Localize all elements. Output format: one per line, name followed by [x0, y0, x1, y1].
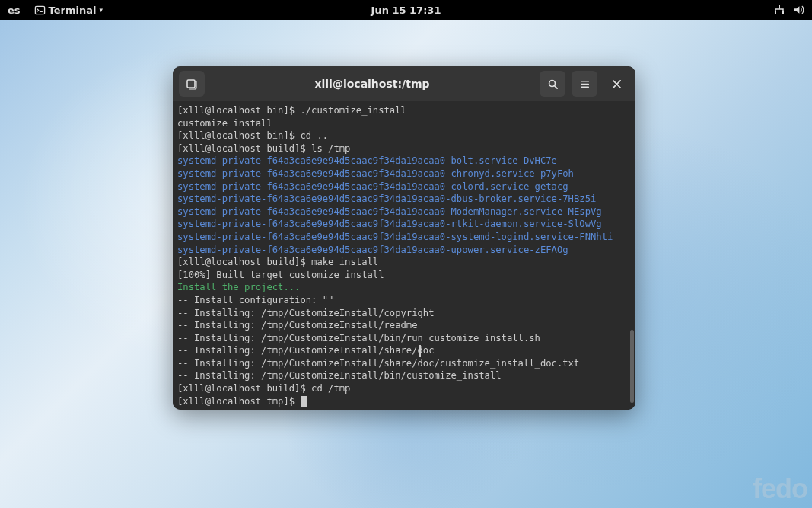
terminal-window: xlll@localhost:/tmp [xlll@localhost bin]… [173, 66, 635, 410]
new-tab-button[interactable] [179, 71, 205, 97]
terminal-line: [xlll@localhost build]$ cd /tmp [177, 382, 631, 395]
terminal-line: systemd-private-f64a3ca6e9e94d5caac9f34d… [177, 244, 631, 257]
fedora-watermark: fedo [753, 473, 807, 505]
terminal-line: [xlll@localhost bin]$ cd .. [177, 129, 631, 142]
search-icon [547, 78, 559, 90]
terminal-line: systemd-private-f64a3ca6e9e94d5caac9f34d… [177, 206, 631, 219]
new-tab-icon [186, 78, 198, 90]
terminal-line: Install the project... [177, 281, 631, 294]
terminal-icon [34, 5, 46, 16]
terminal-line: -- Installing: /tmp/CustomizeInstall/bin… [177, 369, 631, 382]
menu-button[interactable] [572, 71, 597, 97]
text-cursor-ibeam [419, 345, 421, 357]
terminal-line: systemd-private-f64a3ca6e9e94d5caac9f34d… [177, 181, 631, 193]
close-button[interactable] [603, 71, 629, 97]
svg-rect-1 [779, 5, 780, 8]
terminal-line: [xlll@localhost build]$ ls /tmp [177, 142, 631, 155]
terminal-titlebar[interactable]: xlll@localhost:/tmp [173, 66, 635, 101]
terminal-line: systemd-private-f64a3ca6e9e94d5caac9f34d… [177, 231, 631, 244]
volume-icon[interactable] [793, 5, 804, 15]
svg-rect-2 [775, 11, 776, 14]
terminal-line: [xlll@localhost bin]$ ./customize_instal… [177, 104, 631, 117]
terminal-title: xlll@localhost:/tmp [211, 78, 533, 90]
terminal-line: systemd-private-f64a3ca6e9e94d5caac9f34d… [177, 218, 631, 231]
activities-partial[interactable]: es [3, 5, 25, 16]
close-icon [612, 79, 622, 89]
app-menu-terminal[interactable]: Terminal ▾ [30, 5, 107, 16]
terminal-line: [xlll@localhost tmp]$ [177, 395, 631, 408]
chevron-down-icon: ▾ [99, 6, 103, 14]
terminal-line: systemd-private-f64a3ca6e9e94d5caac9f34d… [177, 193, 631, 206]
terminal-line: customize install [177, 117, 631, 130]
terminal-line: -- Installing: /tmp/CustomizeInstall/rea… [177, 319, 631, 332]
clock[interactable]: Jun 15 17:31 [371, 5, 441, 16]
top-panel: es Terminal ▾ Jun 15 17:31 [0, 0, 812, 20]
terminal-line: -- Installing: /tmp/CustomizeInstall/cop… [177, 307, 631, 320]
network-icon[interactable] [773, 5, 785, 15]
app-menu-label: Terminal [49, 5, 97, 16]
terminal-line: -- Installing: /tmp/CustomizeInstall/bin… [177, 332, 631, 345]
terminal-line: [xlll@localhost build]$ make install [177, 256, 631, 269]
svg-rect-4 [187, 80, 195, 88]
terminal-line: -- Installing: /tmp/CustomizeInstall/sha… [177, 357, 631, 370]
svg-rect-3 [782, 11, 784, 14]
hamburger-icon [579, 78, 591, 90]
terminal-body[interactable]: [xlll@localhost bin]$ ./customize_instal… [173, 101, 635, 410]
terminal-line: -- Install configuration: "" [177, 294, 631, 307]
svg-rect-0 [35, 6, 44, 14]
scrollbar-thumb[interactable] [630, 330, 634, 403]
search-button[interactable] [540, 71, 565, 97]
terminal-line: -- Installing: /tmp/CustomizeInstall/sha… [177, 344, 631, 357]
terminal-line: [100%] Built target customize_install [177, 269, 631, 282]
terminal-line: systemd-private-f64a3ca6e9e94d5caac9f34d… [177, 168, 631, 181]
terminal-line: systemd-private-f64a3ca6e9e94d5caac9f34d… [177, 155, 631, 168]
block-cursor [301, 396, 307, 407]
